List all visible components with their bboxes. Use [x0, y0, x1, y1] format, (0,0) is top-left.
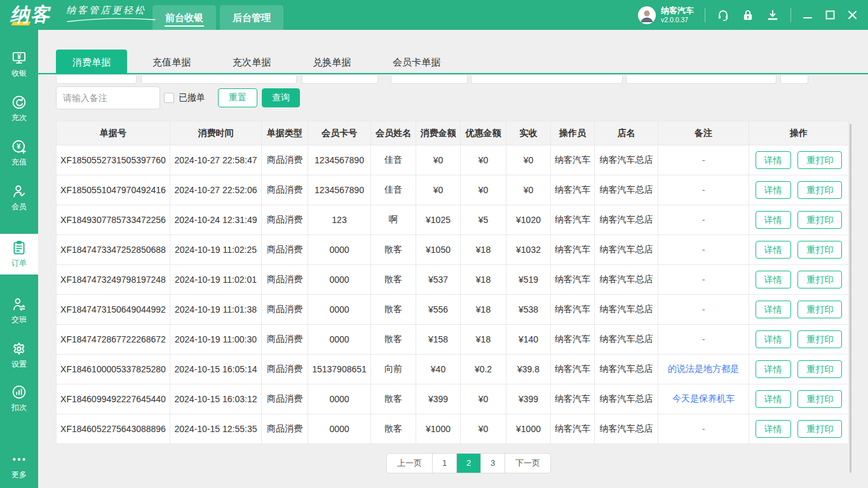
maximize-button[interactable]	[824, 10, 836, 21]
table-row: XF1846099492227645440 2024-10-15 16:03:1…	[57, 384, 849, 414]
next-page-button[interactable]: 下一页	[505, 454, 550, 473]
tab-兑换单据[interactable]: 兑换单据	[296, 50, 367, 74]
table-row: XF1850551047970492416 2024-10-27 22:52:0…	[57, 175, 849, 205]
reprint-button[interactable]: 重打印	[797, 181, 842, 199]
download-icon[interactable]	[766, 8, 780, 22]
cell-amount: ¥158	[416, 325, 461, 355]
detail-button[interactable]: 详情	[756, 181, 791, 199]
top-nav-tab[interactable]: 后台管理	[220, 5, 283, 30]
search-button[interactable]: 查询	[262, 88, 300, 107]
sidebar-item-deduct[interactable]: 扣次	[0, 380, 38, 417]
clipped-filter-input[interactable]	[56, 76, 137, 84]
clipped-filter-input[interactable]	[141, 76, 297, 84]
sidebar-item-member[interactable]: 会员	[0, 179, 38, 216]
cell-operator: 纳客汽车	[551, 325, 595, 355]
cell-order-no: XF1850552731505397760	[57, 146, 170, 175]
clipped-filter-input[interactable]	[471, 76, 623, 84]
page-button-1[interactable]: 1	[432, 454, 456, 473]
cell-type: 商品消费	[262, 175, 308, 205]
cell-order-no: XF1847473249798197248	[57, 265, 170, 295]
minimize-button[interactable]	[802, 10, 813, 21]
detail-button[interactable]: 详情	[756, 420, 791, 438]
tab-充次单据[interactable]: 充次单据	[216, 50, 287, 74]
cell-actions: 详情 重打印	[749, 265, 849, 295]
cell-remark: -	[658, 175, 749, 205]
sidebar-item-more[interactable]: 更多	[0, 450, 38, 482]
reprint-button[interactable]: 重打印	[797, 271, 842, 288]
reprint-button[interactable]: 重打印	[797, 151, 842, 169]
table-scrollbar[interactable]	[850, 124, 851, 473]
clipped-filter-input[interactable]	[302, 76, 378, 84]
close-button[interactable]	[846, 10, 858, 21]
clipped-filter-input[interactable]	[391, 76, 468, 84]
app-slogan: 纳客管店更轻松	[66, 4, 156, 23]
detail-button[interactable]: 详情	[756, 301, 791, 318]
sidebar-item-orders[interactable]: 订单	[0, 234, 38, 274]
shift-icon	[11, 296, 27, 313]
reset-button[interactable]: 重置	[218, 88, 257, 107]
prev-page-button[interactable]: 上一页	[387, 454, 432, 473]
column-header: 会员姓名	[371, 121, 416, 146]
logo-text: 纳客	[10, 4, 51, 25]
cell-discount: ¥0	[461, 175, 506, 205]
cell-discount: ¥0	[461, 146, 506, 175]
cell-order-no: XF1846100005337825280	[57, 355, 170, 384]
orders-table: 单据号消费时间单据类型会员卡号会员姓名消费金额优惠金额实收操作员店名备注操作 X…	[56, 121, 849, 444]
page-button-3[interactable]: 3	[480, 454, 505, 473]
remark-input[interactable]	[56, 86, 160, 109]
tab-消费单据[interactable]: 消费单据	[56, 50, 127, 74]
detail-button[interactable]: 详情	[756, 330, 791, 348]
cell-remark: -	[658, 295, 749, 325]
reprint-button[interactable]: 重打印	[797, 420, 842, 438]
cell-operator: 纳客汽车	[551, 295, 595, 325]
cell-discount: ¥5	[461, 205, 506, 235]
detail-button[interactable]: 详情	[756, 271, 791, 288]
cell-member-name: 散客	[371, 325, 416, 355]
column-header: 消费时间	[170, 121, 262, 146]
cell-operator: 纳客汽车	[551, 235, 595, 265]
cell-remark: -	[658, 205, 749, 235]
column-header: 操作员	[551, 121, 595, 146]
reprint-button[interactable]: 重打印	[797, 330, 842, 348]
tab-充值单据[interactable]: 充值单据	[136, 50, 207, 74]
sidebar-item-settings[interactable]: 设置	[0, 337, 38, 374]
table-row: XF1847473347252850688 2024-10-19 11:02:2…	[57, 235, 849, 265]
top-nav-tab[interactable]: 前台收银	[153, 5, 216, 30]
reprint-button[interactable]: 重打印	[797, 211, 842, 229]
cell-discount: ¥0	[461, 414, 506, 444]
pagination: 上一页123下一页	[386, 453, 551, 473]
cancelled-checkbox[interactable]	[164, 93, 174, 103]
cell-remark: -	[658, 265, 749, 295]
cell-amount: ¥1050	[416, 235, 461, 265]
cell-operator: 纳客汽车	[551, 384, 595, 414]
sidebar-item-recharge-times[interactable]: 充次	[0, 90, 38, 127]
cell-store: 纳客汽车总店	[595, 146, 658, 175]
more-icon	[11, 451, 27, 468]
reprint-button[interactable]: 重打印	[797, 241, 842, 259]
sidebar-item-shift[interactable]: 交班	[0, 292, 38, 329]
clipped-filter-input[interactable]	[626, 76, 776, 84]
sidebar-item-cashier[interactable]: ¥ 收银	[0, 46, 38, 83]
cell-member-name: 散客	[371, 414, 416, 444]
reprint-button[interactable]: 重打印	[797, 360, 842, 378]
filter-row: 已撤单 重置 查询	[56, 86, 300, 109]
cell-paid: ¥538	[506, 295, 551, 325]
sidebar-item-recharge[interactable]: ¥ 充值	[0, 135, 38, 172]
detail-button[interactable]: 详情	[756, 151, 791, 169]
lock-icon[interactable]	[741, 8, 755, 22]
detail-button[interactable]: 详情	[756, 390, 791, 408]
cell-actions: 详情 重打印	[749, 384, 849, 414]
detail-button[interactable]: 详情	[756, 241, 791, 259]
cell-type: 商品消费	[262, 384, 308, 414]
cell-time: 2024-10-15 16:03:12	[170, 384, 262, 414]
clipped-filter-input[interactable]	[780, 76, 808, 84]
detail-button[interactable]: 详情	[756, 360, 791, 378]
page-button-2[interactable]: 2	[456, 454, 480, 473]
reprint-button[interactable]: 重打印	[797, 390, 842, 408]
cell-member-name: 啊	[371, 205, 416, 235]
reprint-button[interactable]: 重打印	[797, 301, 842, 318]
tab-会员卡单据[interactable]: 会员卡单据	[376, 50, 457, 74]
avatar[interactable]	[638, 6, 656, 24]
customer-service-icon[interactable]	[716, 8, 730, 22]
detail-button[interactable]: 详情	[756, 211, 791, 229]
